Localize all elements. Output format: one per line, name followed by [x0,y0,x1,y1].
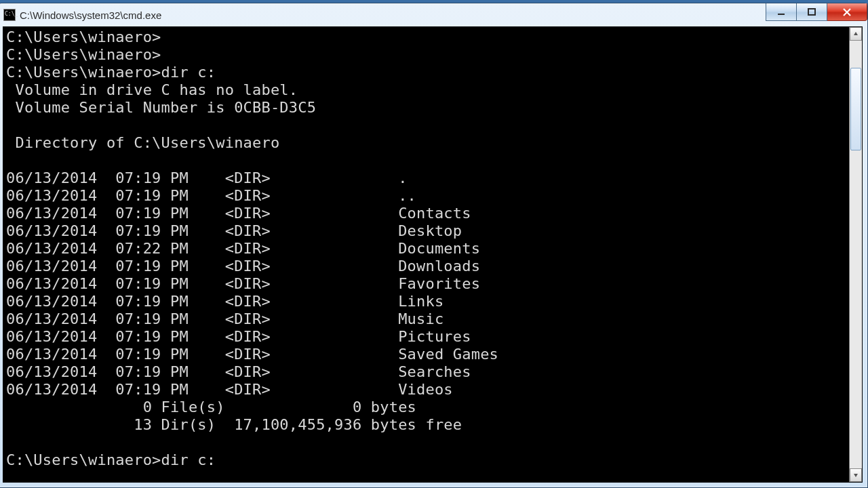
titlebar[interactable]: C:\Windows\system32\cmd.exe [0,3,867,26]
maximize-button[interactable] [797,3,827,21]
console-output[interactable]: C:\Users\winaero> C:\Users\winaero> C:\U… [3,27,849,482]
window-controls [766,3,867,20]
scroll-up-button[interactable] [850,27,862,41]
vertical-scrollbar[interactable] [849,27,862,482]
scroll-thumb[interactable] [850,68,861,150]
client-area: C:\Users\winaero> C:\Users\winaero> C:\U… [3,26,863,483]
minimize-button[interactable] [766,3,797,21]
svg-rect-0 [778,14,785,15]
close-button[interactable] [827,3,867,21]
cmd-icon [3,9,16,21]
cmd-window: C:\Windows\system32\cmd.exe C:\Users\win… [0,3,868,488]
scroll-down-button[interactable] [850,468,862,482]
scroll-track[interactable] [850,41,862,468]
window-title: C:\Windows\system32\cmd.exe [20,9,161,21]
svg-rect-1 [808,9,815,15]
